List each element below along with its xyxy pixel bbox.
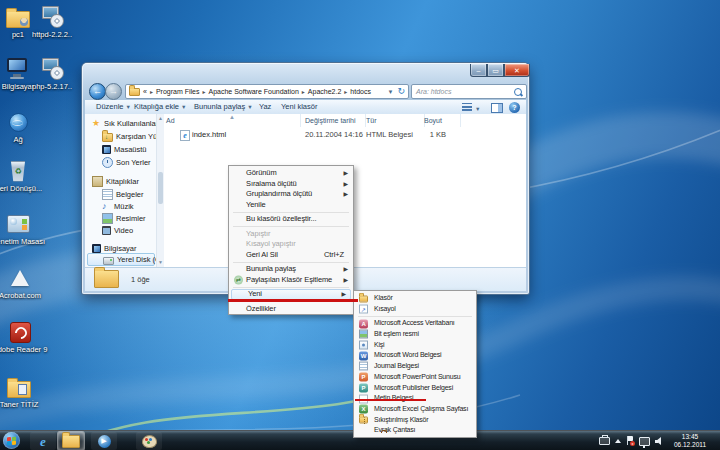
powerpoint-icon: P bbox=[359, 373, 368, 382]
toolbar-kitapliga-ekle[interactable]: Kitaplığa ekle▼ bbox=[134, 100, 186, 114]
submenu-item-klasor[interactable]: Klasör bbox=[355, 293, 475, 304]
action-center-flag-icon[interactable]: x bbox=[626, 436, 634, 446]
submenu-item-publisher[interactable]: PMicrosoft Publisher Belgesi bbox=[355, 383, 475, 394]
network-icon[interactable] bbox=[639, 437, 650, 446]
chevron-down-icon[interactable]: ▼ bbox=[475, 106, 480, 112]
file-row-index-html[interactable]: e index.html 20.11.2004 14:16 HTML Belge… bbox=[163, 129, 526, 141]
breadcrumb-apache22[interactable]: Apache2.2 bbox=[308, 88, 341, 95]
sidebar-item-pictures[interactable]: Resimler bbox=[102, 213, 146, 224]
desktop-icon-network[interactable]: Ağ bbox=[0, 110, 46, 145]
toolbar-yeni-klasor[interactable]: Yeni klasör bbox=[281, 100, 317, 114]
contact-icon bbox=[359, 341, 368, 350]
chevron-right-icon: ▸ bbox=[344, 88, 347, 95]
context-menu: Görünüm▶ Sıralama ölçütü▶ Gruplandırma ö… bbox=[228, 165, 354, 315]
refresh-icon[interactable]: ↻ bbox=[397, 87, 405, 96]
menu-item-gruplandirma-olcutu[interactable]: Gruplandırma ölçütü▶ bbox=[230, 189, 352, 200]
menu-item-siralama-olcutu[interactable]: Sıralama ölçütü▶ bbox=[230, 179, 352, 190]
desktop-icon-adobe-reader[interactable]: Adobe Reader 9 bbox=[0, 320, 48, 355]
column-header-size[interactable]: Boyut bbox=[415, 114, 461, 127]
submenu-item-kisayol[interactable]: ↗Kısayol bbox=[355, 304, 475, 315]
adobe-reader-icon bbox=[7, 320, 33, 344]
sidebar-item-desktop[interactable]: Masaüstü bbox=[102, 144, 147, 155]
submenu-item-sikistirilmis-klasor[interactable]: Sıkıştırılmış Klasör bbox=[355, 415, 475, 426]
breadcrumb-apache-foundation[interactable]: Apache Software Foundation bbox=[209, 88, 299, 95]
publisher-icon: P bbox=[359, 383, 368, 392]
taskbar-paint[interactable] bbox=[136, 432, 162, 450]
desktop-icon-taner-folder[interactable]: Taner TİTİZ bbox=[0, 375, 47, 410]
search-box[interactable]: Ara: htdocs bbox=[411, 84, 527, 99]
maximize-button[interactable]: ▭ bbox=[487, 64, 504, 77]
menu-item-kisayol-yapistir: Kısayol yapıştır bbox=[230, 239, 352, 250]
submenu-item-word[interactable]: WMicrosoft Word Belgesi bbox=[355, 350, 475, 361]
menu-item-klasoru-ozellestir[interactable]: Bu klasörü özelleştir... bbox=[230, 214, 352, 225]
sidebar-group-libraries[interactable]: Kitaplıklar bbox=[92, 176, 139, 187]
address-dropdown-icon[interactable]: ▼ bbox=[388, 89, 394, 95]
sidebar-item-music[interactable]: ♪Müzik bbox=[102, 201, 134, 212]
file-name[interactable]: index.html bbox=[192, 129, 226, 141]
show-hidden-icons[interactable] bbox=[615, 439, 621, 443]
menu-separator bbox=[233, 212, 349, 213]
start-button[interactable] bbox=[3, 432, 20, 449]
folder-icon bbox=[129, 88, 140, 96]
breadcrumb-overflow[interactable]: « bbox=[143, 88, 147, 95]
menu-item-paylasilan-klasor-esitleme[interactable]: ⇄Paylaşılan Klasör Eşitleme▶ bbox=[230, 275, 352, 286]
desktop-icon-recycle-bin[interactable]: ♻ Geri Dönüşü... bbox=[0, 159, 46, 194]
submenu-arrow-icon: ▶ bbox=[343, 189, 348, 200]
system-tray: x bbox=[599, 431, 664, 450]
volume-icon[interactable] bbox=[655, 437, 664, 445]
toolbar-duzenle[interactable]: Düzenle▼ bbox=[96, 100, 131, 114]
toolbar-bununla-paylas[interactable]: Bununla paylaş▼ bbox=[194, 100, 253, 114]
menu-item-geri-al-sil[interactable]: Geri Al SilCtrl+Z bbox=[230, 250, 352, 261]
chevron-right-icon: ▸ bbox=[203, 88, 206, 95]
taskbar-internet-explorer[interactable]: e bbox=[30, 432, 56, 450]
submenu-item-evrak-cantasi[interactable]: Evrak Çantası bbox=[355, 425, 475, 436]
preview-pane-icon[interactable] bbox=[491, 103, 503, 113]
back-button[interactable]: ← bbox=[89, 83, 106, 100]
menu-item-bununla-paylas[interactable]: Bununla paylaş▶ bbox=[230, 264, 352, 275]
menu-separator bbox=[233, 287, 349, 288]
device-icon[interactable] bbox=[599, 437, 610, 445]
menu-item-ozellikler[interactable]: Özellikler bbox=[230, 304, 352, 315]
breadcrumb-htdocs[interactable]: htdocs bbox=[350, 88, 371, 95]
help-icon[interactable]: ? bbox=[509, 102, 520, 113]
taskbar-clock[interactable]: 13:45 06.12.2011 bbox=[666, 433, 714, 449]
column-header-name[interactable]: Ad ▲ bbox=[163, 114, 301, 127]
taskbar-media-player[interactable]: ▶ bbox=[91, 432, 117, 450]
internet-explorer-icon: e bbox=[40, 435, 46, 448]
menu-item-yeni[interactable]: Yeni▶ bbox=[231, 289, 351, 300]
explorer-folder-icon bbox=[62, 435, 80, 448]
libraries-icon bbox=[92, 176, 103, 187]
file-date: 20.11.2004 14:16 bbox=[305, 129, 363, 141]
breadcrumb-program-files[interactable]: Program Files bbox=[156, 88, 200, 95]
submenu-item-journal[interactable]: Journal Belgesi bbox=[355, 361, 475, 372]
submenu-item-powerpoint[interactable]: PMicrosoft PowerPoint Sunusu bbox=[355, 372, 475, 383]
sidebar-item-downloads[interactable]: Karşıdan Yüklem bbox=[102, 131, 156, 142]
menu-item-yenile[interactable]: Yenile bbox=[230, 200, 352, 211]
sidebar-item-documents[interactable]: Belgeler bbox=[102, 189, 144, 200]
submenu-item-access[interactable]: AMicrosoft Access Veritabanı bbox=[355, 318, 475, 329]
excel-icon: X bbox=[359, 405, 368, 414]
navigation-pane: ★Sık Kullanılanlar Karşıdan Yüklem Masaü… bbox=[85, 114, 156, 267]
desktop-icon-acrobat-com[interactable]: Acrobat.com bbox=[0, 266, 48, 301]
search-icon[interactable] bbox=[514, 88, 522, 96]
control-panel-icon bbox=[5, 212, 31, 236]
desktop-icon-php-installer[interactable]: php-5.2.17.. bbox=[24, 57, 80, 92]
menu-item-gorunum[interactable]: Görünüm▶ bbox=[230, 168, 352, 179]
close-button[interactable]: ✕ bbox=[504, 64, 530, 77]
minimize-button[interactable]: – bbox=[470, 64, 487, 77]
annotation-underline-metin-belgesi bbox=[355, 399, 426, 401]
taskbar-windows-explorer[interactable] bbox=[58, 432, 84, 450]
change-view-icon[interactable] bbox=[462, 103, 472, 111]
desktop-icon-control-panel[interactable]: Denetim Masası bbox=[0, 212, 46, 247]
column-header-date[interactable]: Değiştirme tarihi bbox=[297, 114, 366, 127]
forward-button[interactable]: → bbox=[105, 83, 122, 100]
toolbar-yaz[interactable]: Yaz bbox=[259, 100, 271, 114]
desktop-icon-httpd-installer[interactable]: httpd-2.2.2.. bbox=[24, 5, 80, 40]
submenu-item-bitmap[interactable]: Bit eşlem resmi bbox=[355, 329, 475, 340]
submenu-item-excel[interactable]: XMicrosoft Excel Çalışma Sayfası bbox=[355, 404, 475, 415]
sidebar-group-favorites[interactable]: ★Sık Kullanılanlar bbox=[92, 118, 156, 129]
address-breadcrumb-bar[interactable]: « ▸ Program Files ▸ Apache Software Foun… bbox=[125, 84, 409, 99]
sidebar-item-video[interactable]: Video bbox=[102, 225, 133, 236]
sidebar-item-recent-places[interactable]: Son Yerler bbox=[102, 157, 151, 168]
submenu-item-kisi[interactable]: Kişi bbox=[355, 340, 475, 351]
